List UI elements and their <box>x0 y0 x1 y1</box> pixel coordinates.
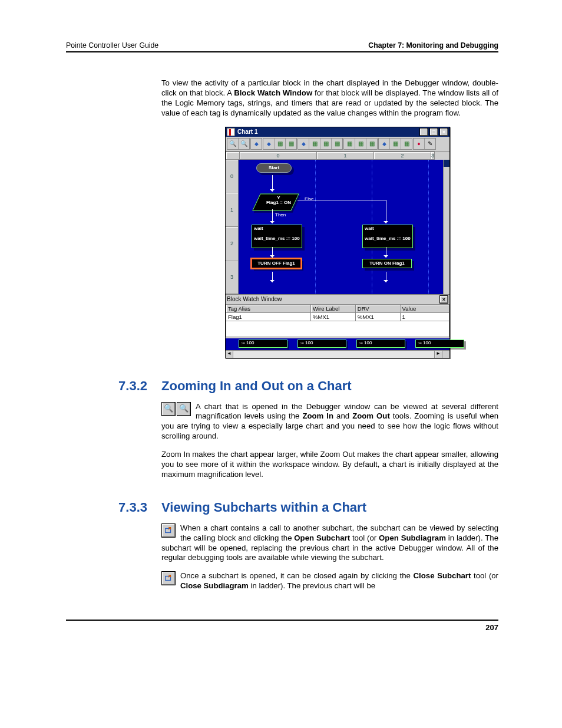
horizontal-scrollbar[interactable]: ◄► <box>226 350 449 358</box>
else-label: Else <box>305 196 314 202</box>
section-number: 7.3.2 <box>66 378 147 394</box>
start-block[interactable]: Start <box>256 163 292 173</box>
watch-row[interactable]: Flag1 %MX1 %MX1 1 <box>226 312 449 321</box>
tool-button[interactable] <box>286 139 296 149</box>
para-732-1: 🔍 🔍 A chart that is opened in the Debugg… <box>161 402 498 442</box>
window-title: Chart 1 <box>237 129 257 135</box>
tool-button[interactable] <box>355 139 366 149</box>
page-number: 207 <box>66 620 498 632</box>
strip-block: := 100 <box>297 340 346 348</box>
running-head-left: Pointe Controller User Guide <box>66 41 158 50</box>
close-button[interactable]: × <box>439 128 448 136</box>
minimize-button[interactable]: _ <box>419 128 428 136</box>
col-header-1: 1 <box>317 151 374 160</box>
block-watch-window: Block Watch Window × Tag Alias Wire Labe… <box>226 294 449 337</box>
bottom-strip-canvas: := 100 := 100 := 100 := 100 <box>226 338 449 350</box>
tool-button[interactable] <box>298 139 309 149</box>
grid-corner <box>226 151 240 160</box>
watch-close-button[interactable]: × <box>439 295 448 304</box>
section-number: 7.3.3 <box>66 500 147 515</box>
row-header-2: 2 <box>226 227 239 261</box>
maximize-button[interactable]: □ <box>429 128 438 136</box>
watch-title: Block Watch Window <box>227 296 282 302</box>
tool-button[interactable] <box>251 139 262 149</box>
close-subchart-icon <box>161 571 176 585</box>
intro-paragraph: To view the activity of a particular blo… <box>161 78 498 118</box>
turn-off-block[interactable]: TURN OFF Flag1 <box>252 259 301 269</box>
app-icon: ▌ <box>227 128 235 136</box>
section-title: Zooming In and Out on a Chart <box>161 378 352 394</box>
tool-button[interactable] <box>390 139 401 149</box>
debugger-screenshot: ▌ Chart 1 _ □ × 🔍🔍 ✎ <box>225 127 450 358</box>
zoom-out-icon[interactable]: 🔍 <box>239 139 249 149</box>
window-titlebar: ▌ Chart 1 _ □ × <box>226 127 449 137</box>
svg-rect-1 <box>166 577 171 581</box>
strip-block: := 100 <box>415 340 464 348</box>
tool-button[interactable] <box>332 139 342 149</box>
zoom-in-icon[interactable]: 🔍 <box>227 139 239 149</box>
wait-block-left[interactable]: wait wait_time_ms := 100 <box>252 225 302 248</box>
vertical-scrollbar[interactable] <box>443 160 449 294</box>
tool-button[interactable] <box>401 139 412 149</box>
section-heading-732: 7.3.2 Zooming In and Out on a Chart <box>66 378 498 394</box>
watch-th-value: Value <box>400 304 449 312</box>
row-header-0: 0 <box>226 160 239 193</box>
tool-button[interactable]: ✎ <box>425 139 435 149</box>
para-732-2: Zoom In makes the chart appear larger, w… <box>161 450 498 480</box>
svg-rect-0 <box>166 528 171 532</box>
section-title: Viewing Subcharts within a Chart <box>161 500 366 515</box>
header-rule <box>66 51 498 52</box>
zoom-in-icon: 🔍 <box>161 402 176 416</box>
tool-button[interactable] <box>309 139 320 149</box>
col-header-3: 3 <box>431 151 435 160</box>
tool-button[interactable] <box>366 139 377 149</box>
open-subchart-icon <box>161 523 176 538</box>
zoom-out-icon: 🔍 <box>177 402 191 416</box>
watch-th-drv: DRV <box>355 304 400 312</box>
col-header-2: 2 <box>374 151 431 160</box>
wait-block-right[interactable]: wait wait_time_ms := 100 <box>362 225 413 248</box>
strip-block: := 100 <box>239 340 287 348</box>
window-toolbar: 🔍🔍 ✎ <box>226 137 449 151</box>
tool-button[interactable] <box>379 139 390 149</box>
watch-th-wirelabel: Wire Label <box>311 304 356 312</box>
tool-button[interactable] <box>263 139 275 149</box>
turn-on-block[interactable]: TURN ON Flag1 <box>362 259 412 269</box>
then-label: Then <box>275 212 286 218</box>
para-733-1: When a chart contains a call to another … <box>161 523 498 564</box>
tool-button[interactable] <box>275 139 286 149</box>
decision-block[interactable]: Y Flag1 = ON <box>256 192 297 206</box>
tool-button[interactable] <box>414 139 425 149</box>
para-733-2: Once a subchart is opened, it can be clo… <box>161 571 498 591</box>
tool-button[interactable] <box>344 139 355 149</box>
chart-grid-area: 0 1 2 3 0 1 2 3 Start <box>226 151 449 294</box>
strip-block: := 100 <box>356 340 405 348</box>
col-header-0: 0 <box>240 151 317 160</box>
flowchart-canvas[interactable]: Start Y Flag1 = ON Else Then <box>239 160 444 294</box>
tool-button[interactable] <box>320 139 332 149</box>
section-heading-733: 7.3.3 Viewing Subcharts within a Chart <box>66 500 498 515</box>
running-head-right: Chapter 7: Monitoring and Debugging <box>368 41 498 50</box>
watch-table: Tag Alias Wire Label DRV Value Flag1 %MX… <box>226 304 449 321</box>
row-header-1: 1 <box>226 193 239 227</box>
row-header-3: 3 <box>226 261 239 294</box>
watch-th-tagalias: Tag Alias <box>226 304 311 312</box>
